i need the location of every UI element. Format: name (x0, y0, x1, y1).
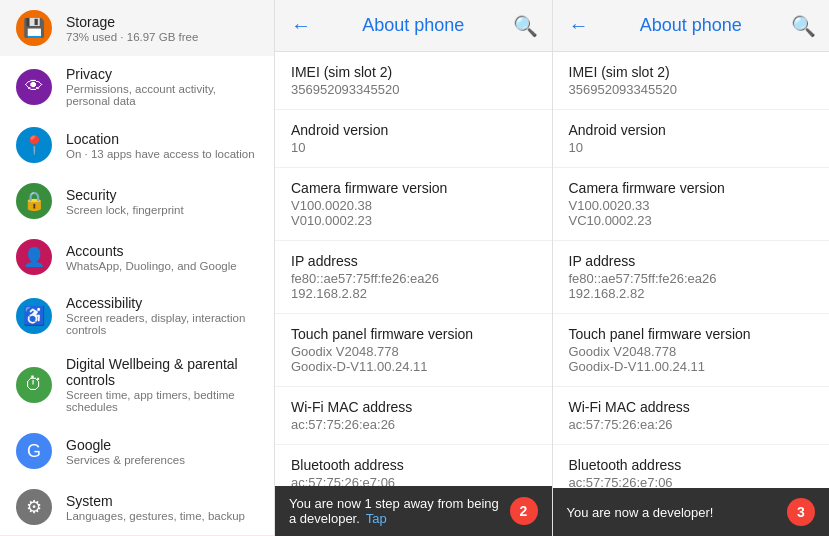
info-value: ac:57:75:26:ea:26 (569, 417, 814, 432)
storage-title: Storage (66, 14, 258, 30)
info-item[interactable]: IMEI (sim slot 2)356952093345520 (553, 52, 830, 110)
digital-wellbeing-title: Digital Wellbeing & parental controls (66, 356, 258, 388)
sidebar-item-system[interactable]: ⚙SystemLanguages, gestures, time, backup (0, 479, 274, 535)
storage-subtitle: 73% used · 16.97 GB free (66, 31, 258, 43)
system-icon: ⚙ (16, 489, 52, 525)
google-icon: G (16, 433, 52, 469)
location-subtitle: On · 13 apps have access to location (66, 148, 258, 160)
main-panels: ← About phone 🔍 IMEI (sim slot 2)3569520… (275, 0, 829, 536)
toast-text: You are now 1 step away from being a dev… (289, 496, 502, 526)
digital-wellbeing-icon: ⏱ (16, 367, 52, 403)
info-label: Touch panel firmware version (569, 326, 814, 342)
info-item[interactable]: IP addressfe80::ae57:75ff:fe26:ea26 192.… (275, 241, 552, 314)
panel-1-content: IMEI (sim slot 2)356952093345520Android … (275, 52, 552, 536)
toast-text: You are now a developer! (567, 505, 714, 520)
toast-badge: 3 (787, 498, 815, 526)
storage-icon: 💾 (16, 10, 52, 46)
sidebar-item-google[interactable]: GGoogleServices & preferences (0, 423, 274, 479)
info-label: Camera firmware version (569, 180, 814, 196)
info-value: Goodix V2048.778 Goodix-D-V11.00.24.11 (569, 344, 814, 374)
info-label: Bluetooth address (569, 457, 814, 473)
info-label: Wi-Fi MAC address (291, 399, 536, 415)
sidebar-item-location[interactable]: 📍LocationOn · 13 apps have access to loc… (0, 117, 274, 173)
panel-2-title: About phone (597, 15, 786, 36)
info-label: IMEI (sim slot 2) (569, 64, 814, 80)
panel-2: ← About phone 🔍 IMEI (sim slot 2)3569520… (553, 0, 830, 536)
privacy-subtitle: Permissions, account activity, personal … (66, 83, 258, 107)
accounts-title: Accounts (66, 243, 258, 259)
panel-2-content: IMEI (sim slot 2)356952093345520Android … (553, 52, 830, 536)
sidebar-item-accounts[interactable]: 👤AccountsWhatsApp, Duolingo, and Google (0, 229, 274, 285)
info-item[interactable]: IMEI (sim slot 2)356952093345520 (275, 52, 552, 110)
digital-wellbeing-subtitle: Screen time, app timers, bedtime schedul… (66, 389, 258, 413)
accessibility-icon: ♿ (16, 298, 52, 334)
location-icon: 📍 (16, 127, 52, 163)
toast-link[interactable]: Tap (366, 511, 387, 526)
info-label: Camera firmware version (291, 180, 536, 196)
info-value: 356952093345520 (291, 82, 536, 97)
info-value: 10 (569, 140, 814, 155)
info-value: Goodix V2048.778 Goodix-D-V11.00.24.11 (291, 344, 536, 374)
security-icon: 🔒 (16, 183, 52, 219)
info-value: fe80::ae57:75ff:fe26:ea26 192.168.2.82 (569, 271, 814, 301)
sidebar-item-privacy[interactable]: 👁PrivacyPermissions, account activity, p… (0, 56, 274, 117)
info-item[interactable]: Camera firmware versionV100.0020.38 V010… (275, 168, 552, 241)
info-item[interactable]: Wi-Fi MAC addressac:57:75:26:ea:26 (553, 387, 830, 445)
sidebar-item-digital-wellbeing[interactable]: ⏱Digital Wellbeing & parental controlsSc… (0, 346, 274, 423)
accessibility-subtitle: Screen readers, display, interaction con… (66, 312, 258, 336)
accounts-subtitle: WhatsApp, Duolingo, and Google (66, 260, 258, 272)
info-value: 356952093345520 (569, 82, 814, 97)
info-item[interactable]: Touch panel firmware versionGoodix V2048… (553, 314, 830, 387)
google-subtitle: Services & preferences (66, 454, 258, 466)
toast-2: You are now a developer!3 (553, 488, 830, 536)
privacy-icon: 👁 (16, 69, 52, 105)
info-item[interactable]: Touch panel firmware versionGoodix V2048… (275, 314, 552, 387)
toast-badge: 2 (510, 497, 538, 525)
info-value: V100.0020.33 VC10.0002.23 (569, 198, 814, 228)
privacy-title: Privacy (66, 66, 258, 82)
info-value: V100.0020.38 V010.0002.23 (291, 198, 536, 228)
location-title: Location (66, 131, 258, 147)
info-label: Bluetooth address (291, 457, 536, 473)
sidebar-item-security[interactable]: 🔒SecurityScreen lock, fingerprint (0, 173, 274, 229)
info-item[interactable]: Wi-Fi MAC addressac:57:75:26:ea:26 (275, 387, 552, 445)
info-value: ac:57:75:26:ea:26 (291, 417, 536, 432)
info-label: IP address (291, 253, 536, 269)
info-value: 10 (291, 140, 536, 155)
sidebar-item-storage[interactable]: 💾Storage73% used · 16.97 GB free (0, 0, 274, 56)
info-label: Android version (291, 122, 536, 138)
accessibility-title: Accessibility (66, 295, 258, 311)
security-title: Security (66, 187, 258, 203)
toast-1: You are now 1 step away from being a dev… (275, 486, 552, 536)
accounts-icon: 👤 (16, 239, 52, 275)
panel-2-back-button[interactable]: ← (561, 8, 597, 44)
sidebar-item-accessibility[interactable]: ♿AccessibilityScreen readers, display, i… (0, 285, 274, 346)
settings-sidebar: 💾Storage73% used · 16.97 GB free👁Privacy… (0, 0, 275, 536)
system-title: System (66, 493, 258, 509)
panel-1-title: About phone (319, 15, 508, 36)
panel-2-header: ← About phone 🔍 (553, 0, 830, 52)
info-label: Wi-Fi MAC address (569, 399, 814, 415)
security-subtitle: Screen lock, fingerprint (66, 204, 258, 216)
info-value: fe80::ae57:75ff:fe26:ea26 192.168.2.82 (291, 271, 536, 301)
panel-1-back-button[interactable]: ← (283, 8, 319, 44)
google-title: Google (66, 437, 258, 453)
panel-2-search-button[interactable]: 🔍 (785, 8, 821, 44)
info-label: Touch panel firmware version (291, 326, 536, 342)
panel-1-header: ← About phone 🔍 (275, 0, 552, 52)
info-item[interactable]: IP addressfe80::ae57:75ff:fe26:ea26 192.… (553, 241, 830, 314)
system-subtitle: Languages, gestures, time, backup (66, 510, 258, 522)
info-label: IMEI (sim slot 2) (291, 64, 536, 80)
info-item[interactable]: Android version10 (275, 110, 552, 168)
panel-1-search-button[interactable]: 🔍 (508, 8, 544, 44)
info-label: Android version (569, 122, 814, 138)
info-item[interactable]: Camera firmware versionV100.0020.33 VC10… (553, 168, 830, 241)
info-label: IP address (569, 253, 814, 269)
info-item[interactable]: Android version10 (553, 110, 830, 168)
panel-1: ← About phone 🔍 IMEI (sim slot 2)3569520… (275, 0, 553, 536)
